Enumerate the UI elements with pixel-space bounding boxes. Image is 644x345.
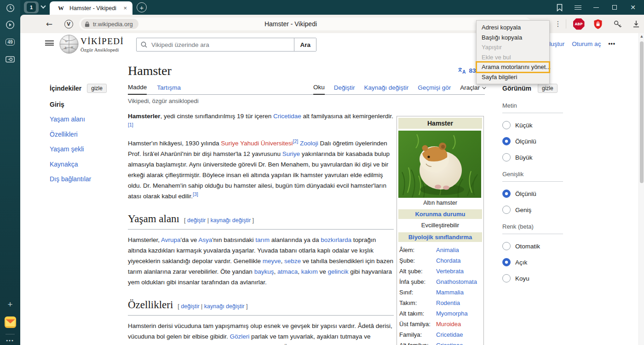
radio-olcunlu-genislik[interactable]: Ölçünlü <box>502 190 563 198</box>
minimize-button[interactable] <box>587 0 605 15</box>
browser-window: 1 W Hamster - Vikipedi × + ✕ 49 <box>0 0 644 345</box>
menu-item-basligi-kopyala[interactable]: Başlığı kopyala <box>477 33 549 43</box>
radio-kucuk[interactable]: Küçük <box>502 121 563 129</box>
tab-oku[interactable]: Oku <box>313 84 325 95</box>
toc-item-yasam-sekli[interactable]: Yaşam şekli <box>50 144 123 154</box>
wikipedia-globe-logo[interactable]: W И あ <box>59 34 79 54</box>
toc-item-ozellikleri[interactable]: Özellikleri <box>50 129 123 139</box>
download-icon[interactable] <box>628 15 644 33</box>
login-link[interactable]: Oturum aç <box>572 40 601 47</box>
appearance-title: Görünüm <box>502 85 531 92</box>
tab-title: Hamster - Vikipedi <box>69 5 122 12</box>
taxonomy-row: Takım:Rodentia <box>398 298 482 308</box>
toc-item-kaynakca[interactable]: Kaynakça <box>50 159 123 169</box>
appearance-hide-button[interactable]: gizle <box>538 84 558 93</box>
radio-icon[interactable] <box>502 137 511 145</box>
edit-link[interactable]: değiştir <box>187 217 206 224</box>
edit-source-link[interactable]: kaynağı değiştir <box>211 217 251 224</box>
tab-madde[interactable]: Madde <box>128 84 147 95</box>
key-icon[interactable] <box>610 15 625 33</box>
tab-degistir[interactable]: Değiştir <box>334 84 355 94</box>
tab-araclar[interactable]: Araçlar <box>460 84 485 94</box>
adblock-abp-icon[interactable]: ABP <box>571 15 586 33</box>
tab-gecmisi-gor[interactable]: Geçmişi gör <box>418 84 451 94</box>
edit-link[interactable]: değiştir <box>181 303 199 310</box>
section-heading-yasam-alani: Yaşam alanı[ değiştir | kaynağı değiştir… <box>128 213 394 230</box>
vivaldi-home-icon[interactable]: V <box>61 15 76 33</box>
close-button[interactable]: ✕ <box>624 0 642 15</box>
table-of-contents: İçindekiler gizle Giriş Yaşam alanı Özel… <box>50 84 123 189</box>
taxonomy-row: Âlem:Animalia <box>398 245 482 255</box>
wikipedia-wordmark[interactable]: VİKİPEDİ Özgür Ansiklopedi <box>80 36 124 52</box>
menu-item-arama-motorlarini-yonet[interactable]: Arama motorlarını yönet... <box>477 62 549 72</box>
radio-icon[interactable] <box>502 274 511 282</box>
radio-icon[interactable] <box>502 242 511 250</box>
svg-text:И: И <box>71 46 73 49</box>
tab-close-icon[interactable]: × <box>122 5 128 12</box>
edit-source-link[interactable]: kaynağı değiştir <box>204 303 245 310</box>
more-vertical-icon[interactable]: ⋮ <box>550 15 566 33</box>
wiki-search-box: Ara <box>136 38 316 52</box>
svg-text:あ: あ <box>64 46 67 50</box>
classification-header[interactable]: Biyolojik sınıflandırma <box>398 232 482 242</box>
radio-otomatik[interactable]: Otomatik <box>502 242 563 250</box>
radio-icon[interactable] <box>502 258 511 266</box>
reading-list-icon[interactable] <box>550 0 569 15</box>
menu-item-ekle-ve-bul: Ekle ve bul <box>477 52 549 63</box>
tab-kaynagi-degistir[interactable]: Kaynağı değiştir <box>364 84 408 94</box>
search-button[interactable]: Ara <box>294 38 316 51</box>
tab-counter-badge[interactable]: 49 <box>0 37 20 47</box>
browser-tab[interactable]: W Hamster - Vikipedi × <box>50 1 132 15</box>
workspace-button[interactable]: 1 <box>24 1 39 13</box>
taxonomy-row: Sınıf:Mammalia <box>398 287 482 298</box>
status-header[interactable]: Korunma durumu <box>398 209 482 219</box>
tab-tartisma[interactable]: Tartışma <box>157 84 181 94</box>
wiki-menu-icon[interactable] <box>45 40 54 46</box>
page-content: W И あ VİKİPEDİ Özgür Ansiklopedi Ara Hes… <box>20 33 644 345</box>
radio-icon[interactable] <box>502 206 511 214</box>
toc-item-dis-baglantilar[interactable]: Dış bağlantılar <box>50 174 123 184</box>
capture-camera-icon[interactable] <box>0 53 20 64</box>
toc-item-giris[interactable]: Giriş <box>50 99 123 109</box>
radio-koyu[interactable]: Koyu <box>502 274 563 282</box>
radio-icon[interactable] <box>502 121 511 129</box>
radio-acik[interactable]: Açık <box>502 258 563 266</box>
site-badge[interactable]: tr.wikipedia.org <box>81 19 138 29</box>
logo-title: VİKİPEDİ <box>80 36 124 46</box>
scrollbar-thumb[interactable] <box>640 41 644 183</box>
toc-item-yasam-alani[interactable]: Yaşam alanı <box>50 114 123 124</box>
menu-item-adresi-kopyala[interactable]: Adresi kopyala <box>477 23 549 33</box>
group-label-genislik: Genişlik <box>502 171 563 182</box>
menu-item-sayfa-bilgileri[interactable]: Sayfa bilgileri <box>477 72 549 82</box>
radio-icon[interactable] <box>502 153 511 161</box>
new-tab-button[interactable]: + <box>137 2 147 12</box>
svg-text:A: A <box>462 69 466 74</box>
play-media-icon[interactable] <box>0 19 20 30</box>
page-scrollbar[interactable]: ▲ <box>638 33 644 345</box>
rail-more-icon[interactable]: ••• <box>0 337 20 344</box>
toc-hide-button[interactable]: gizle <box>87 84 107 93</box>
image-caption: Altın hamster <box>398 198 482 208</box>
restore-button[interactable] <box>605 0 624 15</box>
tracker-shield-icon[interactable] <box>590 15 606 33</box>
lead-paragraph-1: Hamsterler, yedi cinste sınıflandırılmış… <box>128 111 394 132</box>
radio-olcunlu-metin[interactable]: Ölçünlü <box>502 137 563 145</box>
browser-menu-icon[interactable] <box>569 0 587 15</box>
status-value: Evcilleştirebilir <box>398 219 482 231</box>
personal-more-icon[interactable]: ••• <box>608 40 615 47</box>
infobox-title: Hamster <box>398 118 482 129</box>
hamster-photo <box>398 131 482 198</box>
radio-icon[interactable] <box>502 190 511 198</box>
mail-app-icon[interactable] <box>0 316 20 328</box>
context-menu: Adresi kopyala Başlığı kopyala Yapıştır … <box>476 20 550 84</box>
scroll-up-icon[interactable]: ▲ <box>639 34 644 38</box>
radio-genis[interactable]: Geniş <box>502 206 563 214</box>
radio-buyuk[interactable]: Büyük <box>502 153 563 161</box>
search-input[interactable] <box>150 41 294 49</box>
add-panel-icon[interactable]: + <box>0 299 20 310</box>
back-icon[interactable]: ← <box>41 15 57 33</box>
translate-icon: A <box>458 67 466 74</box>
workspace-chevron-down-icon[interactable] <box>40 3 46 8</box>
section-paragraph-yasam-alani: Hamsterler, Avrupa'da ve Asya'nın batısı… <box>128 235 394 288</box>
history-clock-icon[interactable] <box>0 2 20 13</box>
